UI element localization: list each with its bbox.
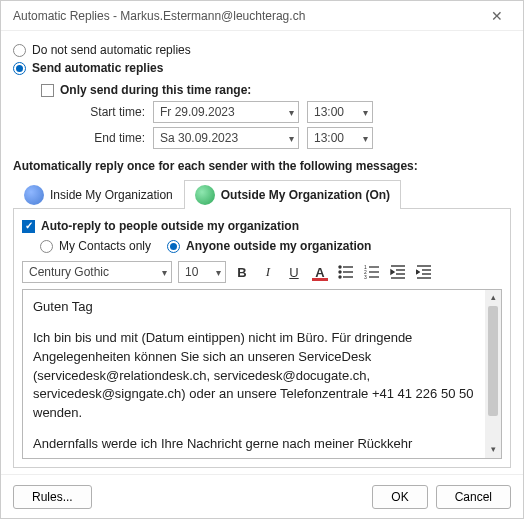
radio-icon [13, 62, 26, 75]
rules-button[interactable]: Rules... [13, 485, 92, 509]
chevron-down-icon: ▾ [363, 107, 368, 118]
bullet-list-button[interactable] [336, 262, 356, 282]
automatic-replies-dialog: Automatic Replies - Markus.Estermann@leu… [0, 0, 524, 519]
font-size-value: 10 [185, 265, 198, 279]
font-color-button[interactable]: A [310, 262, 330, 282]
font-size-combo[interactable]: 10 ▾ [178, 261, 226, 283]
message-body-2: Andernfalls werde ich Ihre Nachricht ger… [33, 435, 477, 459]
end-time-row: End time: Sa 30.09.2023 ▾ 13:00 ▾ [55, 127, 511, 149]
tab-body-outside: Auto-reply to people outside my organiza… [13, 209, 511, 468]
anyone-label: Anyone outside my organization [186, 239, 371, 253]
only-range-label: Only send during this time range: [60, 83, 251, 97]
underline-button[interactable]: U [284, 262, 304, 282]
content-area: Do not send automatic replies Send autom… [1, 31, 523, 474]
message-body-1: Ich bin bis und mit (Datum eintippen) ni… [33, 329, 477, 423]
autoreply-outside-label: Auto-reply to people outside my organiza… [41, 219, 299, 233]
dont-send-option[interactable]: Do not send automatic replies [13, 43, 511, 57]
reply-once-label: Automatically reply once for each sender… [13, 159, 511, 173]
people-icon [24, 185, 44, 205]
anyone-option[interactable]: Anyone outside my organization [167, 239, 371, 253]
time-range-block: Only send during this time range: Start … [41, 81, 511, 149]
end-date-value: Sa 30.09.2023 [160, 131, 238, 145]
message-editor[interactable]: Guten Tag Ich bin bis und mit (Datum ein… [22, 289, 502, 459]
checkbox-icon [22, 220, 35, 233]
autoreply-outside-option[interactable]: Auto-reply to people outside my organiza… [22, 219, 502, 233]
dialog-footer: Rules... OK Cancel [1, 474, 523, 518]
only-range-option[interactable]: Only send during this time range: [41, 83, 511, 97]
titlebar: Automatic Replies - Markus.Estermann@leu… [1, 1, 523, 31]
globe-icon [195, 185, 215, 205]
editor-toolbar: Century Gothic ▾ 10 ▾ B I U A 123 [22, 261, 502, 283]
scroll-up-icon[interactable]: ▴ [485, 290, 501, 306]
chevron-down-icon: ▾ [289, 107, 294, 118]
tab-outside-label: Outside My Organization (On) [221, 188, 390, 202]
start-date-value: Fr 29.09.2023 [160, 105, 235, 119]
end-time-label: End time: [55, 131, 145, 145]
chevron-down-icon: ▾ [162, 267, 167, 278]
svg-marker-22 [417, 270, 420, 274]
start-time-label: Start time: [55, 105, 145, 119]
radio-icon [13, 44, 26, 57]
message-greeting: Guten Tag [33, 298, 477, 317]
svg-marker-16 [391, 270, 394, 274]
italic-button[interactable]: I [258, 262, 278, 282]
tabs: Inside My Organization Outside My Organi… [13, 179, 511, 209]
increase-indent-button[interactable] [414, 262, 434, 282]
svg-text:3: 3 [364, 274, 367, 280]
chevron-down-icon: ▾ [216, 267, 221, 278]
scroll-thumb[interactable] [488, 306, 498, 416]
send-option[interactable]: Send automatic replies [13, 61, 511, 75]
end-date-combo[interactable]: Sa 30.09.2023 ▾ [153, 127, 299, 149]
scroll-down-icon[interactable]: ▾ [485, 442, 501, 458]
tab-inside-label: Inside My Organization [50, 188, 173, 202]
svg-point-0 [339, 266, 341, 268]
contacts-only-label: My Contacts only [59, 239, 151, 253]
radio-icon [40, 240, 53, 253]
contacts-only-option[interactable]: My Contacts only [40, 239, 151, 253]
send-label: Send automatic replies [32, 61, 163, 75]
numbered-list-button[interactable]: 123 [362, 262, 382, 282]
chevron-down-icon: ▾ [289, 133, 294, 144]
start-date-combo[interactable]: Fr 29.09.2023 ▾ [153, 101, 299, 123]
start-time-row: Start time: Fr 29.09.2023 ▾ 13:00 ▾ [55, 101, 511, 123]
svg-point-2 [339, 271, 341, 273]
font-family-value: Century Gothic [29, 265, 109, 279]
radio-icon [167, 240, 180, 253]
checkbox-icon [41, 84, 54, 97]
font-family-combo[interactable]: Century Gothic ▾ [22, 261, 172, 283]
editor-scrollbar[interactable]: ▴ ▾ [485, 290, 501, 458]
window-title: Automatic Replies - Markus.Estermann@leu… [13, 9, 305, 23]
bold-button[interactable]: B [232, 262, 252, 282]
decrease-indent-button[interactable] [388, 262, 408, 282]
end-time-combo[interactable]: 13:00 ▾ [307, 127, 373, 149]
start-time-combo[interactable]: 13:00 ▾ [307, 101, 373, 123]
outside-scope-options: My Contacts only Anyone outside my organ… [40, 237, 502, 255]
start-time-value: 13:00 [314, 105, 344, 119]
tab-outside[interactable]: Outside My Organization (On) [184, 180, 401, 209]
close-button[interactable]: ✕ [479, 6, 515, 26]
chevron-down-icon: ▾ [363, 133, 368, 144]
svg-point-4 [339, 276, 341, 278]
cancel-button[interactable]: Cancel [436, 485, 511, 509]
end-time-value: 13:00 [314, 131, 344, 145]
ok-button[interactable]: OK [372, 485, 427, 509]
dont-send-label: Do not send automatic replies [32, 43, 191, 57]
tab-inside[interactable]: Inside My Organization [13, 180, 184, 209]
